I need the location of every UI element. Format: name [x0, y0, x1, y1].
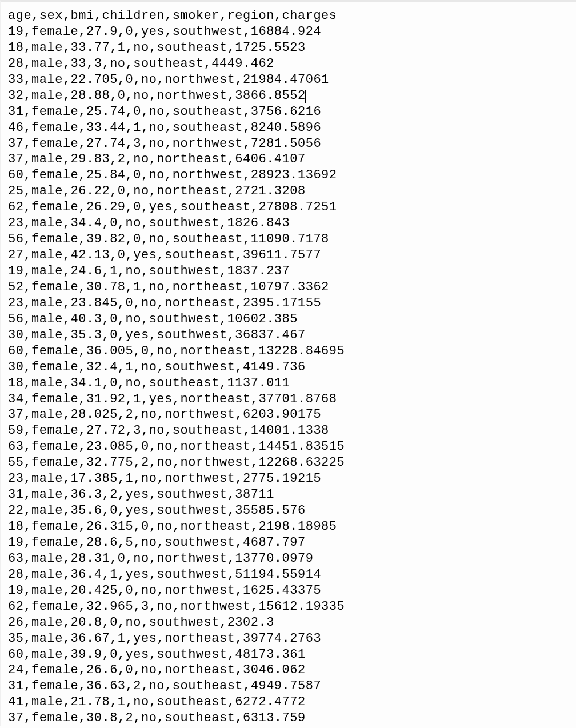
csv-text-content[interactable]: age,sex,bmi,children,smoker,region,charg…	[8, 8, 576, 726]
csv-header-line: age,sex,bmi,children,smoker,region,charg…	[8, 9, 337, 23]
csv-rows-block: 19,female,27.9,0,yes,southwest,16884.924…	[8, 25, 345, 725]
text-cursor	[305, 90, 306, 103]
